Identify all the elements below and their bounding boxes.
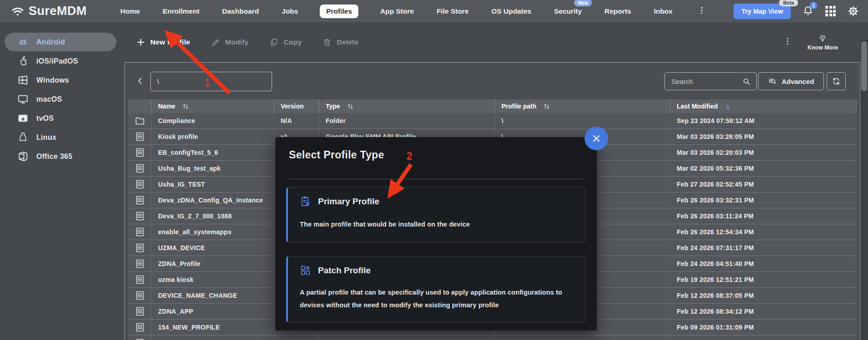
cell-name: DEVICE_NAME_CHANGE — [152, 288, 274, 303]
cell-last-modified: Feb 27 2026 02:52:45 PM — [670, 177, 857, 192]
sort-updown-icon[interactable] — [182, 103, 189, 110]
sidebar-item-macos[interactable]: macOS — [5, 90, 116, 108]
cell-profile-path — [495, 335, 670, 340]
cell-last-modified: Mar 03 2026 02:20:03 PM — [670, 145, 857, 160]
nav-item-security[interactable]: Security New — [553, 5, 583, 18]
cell-name: uzma kiosk — [152, 272, 274, 287]
sidebar-item-windows[interactable]: Windows — [5, 71, 116, 89]
plus-icon — [136, 38, 145, 47]
select-profile-type-dialog: Select Profile Type Primary Profile The … — [275, 137, 597, 330]
cell-last-modified: Mar 02 2026 05:32:36 PM — [670, 161, 857, 176]
column-header-name[interactable]: Name — [152, 99, 274, 113]
nav-item-reports[interactable]: Reports — [604, 5, 632, 18]
nav-item-file-store[interactable]: File Store — [436, 5, 470, 18]
profile-type-option-primary-profile[interactable]: Primary Profile The main profile that wo… — [286, 187, 586, 242]
office-icon — [17, 151, 29, 162]
nav-overflow-kebab-icon[interactable] — [697, 6, 706, 17]
cell-name: Deva_zDNA_Config_QA_Instance — [152, 192, 274, 208]
nav-item-label: Enrollment — [163, 7, 199, 15]
advanced-search-button[interactable]: Advanced — [758, 72, 824, 90]
column-header-icon[interactable] — [128, 99, 152, 113]
try-map-view-button[interactable]: Try Map View Beta — [734, 4, 791, 19]
settings-gear-icon[interactable] — [848, 5, 859, 17]
sort-updown-icon[interactable] — [543, 103, 551, 110]
refresh-icon — [832, 77, 841, 86]
option-description: The main profile that would be installed… — [300, 218, 574, 231]
app-grid-icon[interactable] — [825, 6, 836, 16]
copy-icon — [269, 38, 278, 47]
nav-item-label: Reports — [605, 7, 631, 15]
nav-item-home[interactable]: Home — [119, 5, 141, 18]
nav-item-app-store[interactable]: App Store — [379, 5, 415, 18]
sidebar-item-label: iOS/iPadOS — [36, 57, 78, 65]
search-icon[interactable] — [742, 77, 751, 86]
cell-version — [274, 335, 319, 340]
sort-updown-icon[interactable] — [347, 103, 354, 110]
nav-item-label: File Store — [436, 7, 469, 15]
table-row[interactable]: Compliance N/A Folder \ Sep 23 2024 07:5… — [128, 113, 857, 129]
platform-sidebar: Android iOS/iPadOS Windows macOS tvOS Li… — [0, 22, 124, 340]
notifications-bell[interactable]: 1 — [803, 5, 813, 18]
nav-item-profiles[interactable]: Profiles — [320, 5, 358, 18]
top-navigation-bar: SureMDM Home Enrollment Dashboard Jobs P… — [0, 0, 868, 22]
sort-desc-icon[interactable] — [724, 103, 732, 110]
sidebar-item-label: Windows — [36, 76, 69, 84]
modify-button[interactable]: Modify — [211, 38, 249, 47]
sidebar-item-linux[interactable]: Linux — [5, 128, 116, 147]
vertical-scrollbar[interactable] — [860, 40, 868, 340]
profile-file-icon — [134, 210, 145, 222]
nav-item-jobs[interactable]: Jobs — [281, 5, 299, 18]
new-profile-button[interactable]: New Profile — [136, 38, 190, 47]
profile-file-icon — [134, 306, 145, 317]
option-title: Patch Profile — [318, 266, 371, 276]
profiles-toolbar: New Profile Modify Copy Delete Know More — [124, 22, 868, 62]
search-input[interactable] — [671, 78, 742, 85]
windows-icon — [17, 74, 29, 86]
copy-button[interactable]: Copy — [269, 38, 302, 47]
cell-profile-path: \ — [495, 113, 670, 128]
nav-item-label: App Store — [380, 7, 414, 15]
sidebar-item-label: Office 365 — [36, 153, 72, 161]
folder-back-button[interactable] — [136, 76, 145, 87]
cell-name: Compliance — [152, 113, 274, 128]
toolbar-overflow-kebab-icon[interactable] — [783, 37, 792, 48]
sidebar-item-office-365[interactable]: Office 365 — [5, 147, 116, 166]
nav-item-enrollment[interactable]: Enrollment — [162, 5, 200, 18]
column-header-last-modified[interactable]: Last Modified — [670, 99, 857, 113]
folder-path-input[interactable] — [150, 72, 272, 91]
nav-item-label: Jobs — [282, 7, 298, 15]
profile-type-option-patch-profile[interactable]: Patch Profile A partial profile that can… — [286, 256, 586, 322]
profile-file-icon — [134, 274, 145, 286]
refresh-button[interactable] — [827, 72, 846, 90]
cell-last-modified: Mar 03 2026 03:26:05 PM — [670, 129, 857, 144]
lightbulb-icon — [818, 34, 827, 43]
cell-type — [319, 335, 495, 340]
profile-file-icon — [134, 178, 145, 190]
sidebar-item-label: Linux — [36, 133, 56, 142]
column-header-profile-path[interactable]: Profile path — [495, 99, 670, 113]
wifi-logo-icon — [11, 5, 25, 18]
cell-version: N/A — [274, 113, 319, 128]
topbar-actions: Try Map View Beta 1 — [734, 4, 859, 19]
close-dialog-button[interactable] — [585, 127, 608, 150]
know-more-button[interactable]: Know More — [808, 34, 838, 51]
column-header-version[interactable]: Version — [274, 99, 319, 113]
app-logo[interactable]: SureMDM — [11, 4, 87, 18]
sidebar-item-ios-ipados[interactable]: iOS/iPadOS — [5, 52, 116, 70]
nav-item-inbox[interactable]: Inbox — [653, 5, 673, 18]
sidebar-item-tvos[interactable]: tvOS — [5, 109, 116, 128]
cell-last-modified: Feb 12 2026 08:37:05 PM — [670, 288, 857, 303]
nav-item-dashboard[interactable]: Dashboard — [221, 5, 260, 18]
delete-button[interactable]: Delete — [322, 38, 358, 47]
nav-item-label: Inbox — [654, 7, 672, 15]
beta-badge: Beta — [779, 0, 798, 6]
sidebar-item-android[interactable]: Android — [5, 33, 116, 51]
profile-file-icon — [134, 290, 145, 301]
scrollbar-thumb[interactable] — [861, 41, 867, 91]
table-row[interactable] — [128, 335, 857, 340]
nav-item-os-updates[interactable]: OS Updates — [491, 5, 532, 18]
search-box — [665, 72, 757, 90]
monitor-icon — [17, 94, 29, 105]
table-header-row: Name Version Type Profile path — [128, 99, 857, 113]
column-header-type[interactable]: Type — [319, 99, 495, 113]
